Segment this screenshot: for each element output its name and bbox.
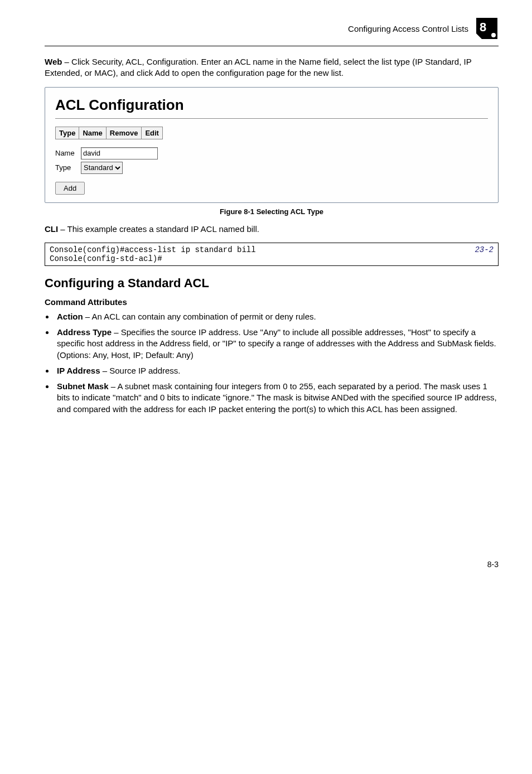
name-label: Name [55,149,81,157]
bullet-text: – Source IP address. [100,366,181,375]
add-button[interactable]: Add [55,182,85,195]
subsection-heading: Command Attributes [45,297,499,307]
page-number: 8-3 [45,560,499,569]
col-name: Name [79,127,106,139]
bullet-term: Action [57,312,83,321]
list-item: Subnet Mask – A subnet mask containing f… [55,381,499,415]
screenshot-rule [55,118,488,119]
tag-icon [475,17,499,40]
list-item: Action – An ACL can contain any combinat… [55,311,499,322]
screenshot-heading: ACL Configuration [55,96,488,114]
intro-text: – Click Security, ACL, Configuration. En… [45,57,471,78]
type-select[interactable]: Standard [81,162,123,174]
list-item: IP Address – Source IP address. [55,365,499,376]
cli-ref: 23-2 [463,245,494,254]
chapter-number: 8 [480,20,486,35]
bullet-term: IP Address [57,366,100,375]
type-row: Type Standard [55,162,488,174]
bullet-text: – Specifies the source IP address. Use "… [57,327,496,360]
bullet-term: Address Type [57,327,112,337]
acl-config-screenshot: ACL Configuration Type Name Remove Edit … [45,87,499,203]
bullet-term: Subnet Mask [57,381,109,391]
cli-intro-text: – This example creates a standard IP ACL… [58,224,259,234]
col-type: Type [56,127,79,139]
figure-caption: Figure 8-1 Selecting ACL Type [45,207,499,216]
cli-intro: CLI – This example creates a standard IP… [45,224,499,235]
section-heading: Configuring a Standard ACL [45,276,499,291]
cli-box: Console(config)#access-list ip standard … [45,243,499,266]
bullet-text: – A subnet mask containing four integers… [57,381,497,414]
page-header: Configuring Access Control Lists 8 [45,17,499,40]
type-label: Type [55,163,81,172]
name-input[interactable] [81,147,158,159]
col-remove: Remove [106,127,142,139]
attribute-list: Action – An ACL can contain any combinat… [45,311,499,415]
bullet-text: – An ACL can contain any combination of … [83,312,316,321]
svg-point-2 [491,33,496,37]
acl-table: Type Name Remove Edit [55,127,163,139]
header-rule [45,46,499,46]
intro-term: Web [45,57,62,66]
cli-lines: Console(config)#access-list ip standard … [50,245,256,263]
list-item: Address Type – Specifies the source IP a… [55,327,499,361]
chapter-badge: 8 [475,17,499,40]
intro-paragraph: Web – Click Security, ACL, Configuration… [45,56,499,79]
col-edit: Edit [142,127,163,139]
cli-term: CLI [45,224,58,234]
name-row: Name [55,147,488,159]
header-title: Configuring Access Control Lists [348,24,468,33]
